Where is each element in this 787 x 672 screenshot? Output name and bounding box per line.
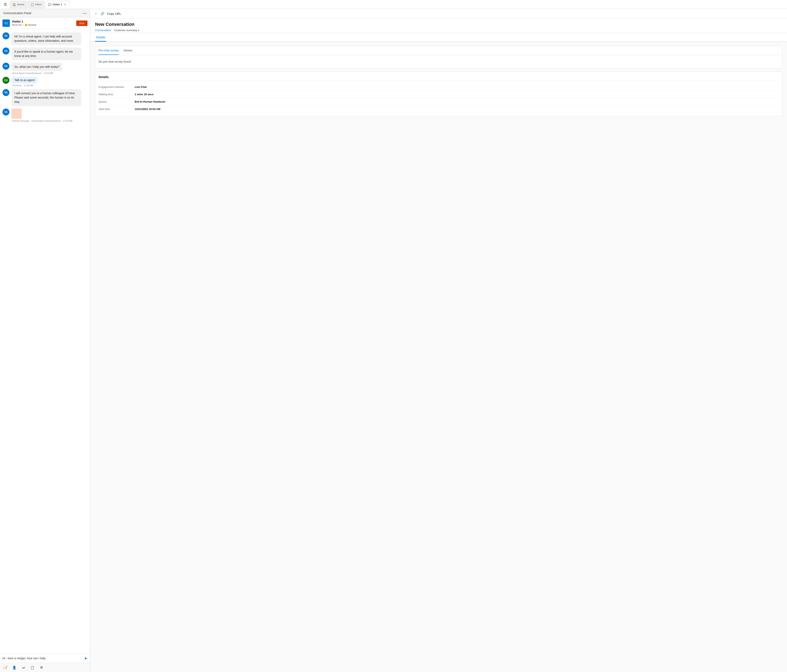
avatar: V1 [2, 19, 10, 27]
inbox-icon: 📋 [30, 3, 34, 6]
detail-value-start-time: 12/21/2022 10:54 AM [135, 107, 160, 110]
sentiment-icon: 🙂 [25, 24, 28, 27]
avatar: VA [2, 89, 9, 96]
message-text: So, what can I help you with today? [14, 65, 59, 68]
detail-label-waiting: Waiting time [99, 93, 131, 96]
avatar: VA [2, 47, 9, 54]
notes-icon[interactable]: 📝 [2, 665, 8, 670]
bottom-toolbar: 📝 👤 ⇄ 📋 🖥 [0, 663, 90, 672]
detail-value-queue: Bot-to-Human Handover [135, 100, 165, 103]
visitor-bar: V1 Visitor 1 00:01:04 | 🙂 Neutral End [0, 17, 90, 29]
avatar: CU [2, 77, 9, 84]
minimize-button[interactable]: — [82, 11, 87, 15]
visitor-meta: 00:01:04 | 🙂 Neutral [12, 24, 74, 27]
tab-visitor1[interactable]: 💬 Visitor 1 ✕ [45, 1, 70, 8]
tab-details[interactable]: Details [95, 33, 106, 42]
breadcrumb-link[interactable]: Conversation [95, 29, 111, 32]
internal-message-image [11, 109, 22, 119]
send-button[interactable]: ➤ [84, 656, 87, 661]
menu-button[interactable]: ☰ [2, 1, 9, 8]
right-panel: ← 🔗 Copy URL New Conversation Conversati… [90, 9, 787, 672]
detail-value-engagement: Live Chat [135, 85, 147, 88]
left-panel: Communication Panel — V1 Visitor 1 00:01… [0, 9, 90, 672]
menu-icon: ☰ [4, 2, 7, 7]
detail-section: Details Engagement channel Live Chat Wai… [95, 72, 782, 116]
chat-input[interactable] [2, 657, 82, 660]
message-bubble: So, what can I help you with today? [11, 63, 62, 71]
avatar: VA [2, 109, 9, 115]
tab-visitor1-label: Visitor 1 [53, 3, 62, 6]
tab-details-label: Details [96, 35, 105, 39]
home-icon: 🏠 [13, 3, 16, 6]
list-icon[interactable]: 📋 [30, 665, 35, 670]
tab-pre-chat-survey[interactable]: Pre-chat survey [99, 46, 119, 55]
detail-value-waiting: 1 mins 19 secs [135, 93, 153, 96]
list-item: VA I will connect you to a human colleag… [2, 89, 87, 106]
breadcrumb-current-label: Customer summary [114, 29, 137, 32]
sub-tab-bar: Pre-chat survey Device [95, 46, 782, 55]
back-icon: ← [94, 11, 98, 16]
no-survey-text: No pre-chat survey found [95, 55, 782, 68]
person-icon[interactable]: 👤 [11, 665, 17, 670]
breadcrumb: Conversation · Customer summary ▾ [95, 29, 782, 32]
main-layout: Communication Panel — V1 Visitor 1 00:01… [0, 9, 787, 672]
details-content: Pre-chat survey Device No pre-chat surve… [90, 42, 787, 672]
right-header: ← 🔗 Copy URL [90, 9, 787, 19]
table-row: Queue Bot-to-Human Handover [99, 98, 779, 106]
sentiment-indicator: 🙂 Neutral [25, 24, 36, 27]
visitor-name: Visitor 1 [12, 20, 74, 23]
tab-close-button[interactable]: ✕ [63, 3, 67, 6]
device-label: Device [123, 49, 133, 52]
pre-chat-survey-label: Pre-chat survey [99, 49, 119, 52]
conversation-title-area: New Conversation Conversation · Customer… [90, 19, 787, 32]
end-button[interactable]: End [76, 21, 87, 26]
survey-card: Pre-chat survey Device No pre-chat surve… [95, 46, 782, 68]
transfer-icon[interactable]: ⇄ [21, 665, 26, 670]
chevron-down-icon: ▾ [138, 29, 139, 32]
details-tab-bar: Details [90, 33, 787, 42]
detail-label-start-time: Start time [99, 107, 131, 110]
list-item: VA So, what can I help you with today? V… [2, 63, 87, 74]
message-bubble: I will connect you to a human colleague … [11, 89, 81, 106]
list-item: VA If you'd like to speak to a human age… [2, 47, 87, 60]
comm-panel-title: Communication Panel [3, 11, 32, 15]
screen-icon[interactable]: 🖥 [38, 665, 44, 670]
table-row: Waiting time 1 mins 19 secs [99, 91, 779, 98]
tab-inbox-label: Inbox [35, 3, 42, 6]
visitor-time: 00:01:04 [12, 24, 22, 27]
avatar: VA [2, 63, 9, 69]
tab-home-label: Home [17, 3, 24, 6]
message-bubble: If you'd like to speak to a human agent,… [11, 47, 81, 60]
tab-device[interactable]: Device [123, 46, 133, 55]
message-timestamp: Virtual Agent humanhandover - 11:53 AM [11, 72, 62, 74]
back-button[interactable]: ← [94, 11, 98, 16]
tab-home[interactable]: 🏠 Home [10, 1, 27, 8]
tab-inbox[interactable]: 📋 Inbox [28, 1, 44, 8]
message-timestamp: Customer - 11:54 AM [11, 84, 38, 87]
separator: | [23, 24, 24, 27]
avatar: VA [2, 32, 9, 39]
breadcrumb-separator: · [112, 29, 113, 32]
table-row: Engagement channel Live Chat [99, 84, 779, 91]
send-icon: ➤ [84, 656, 87, 661]
copy-url-icon: 🔗 [100, 12, 104, 16]
message-text: I will connect you to a human colleague … [14, 91, 76, 103]
message-bubble: Hi! I'm a virtual agent. I can help with… [11, 32, 81, 45]
copy-url-label: Copy URL [107, 12, 121, 15]
detail-section-title: Details [99, 75, 779, 81]
list-item: CU Talk to an agent Customer - 11:54 AM [2, 77, 87, 87]
chat-area: VA Hi! I'm a virtual agent. I can help w… [0, 29, 90, 653]
customer-summary-breadcrumb[interactable]: Customer summary ▾ [114, 29, 139, 32]
detail-label-engagement: Engagement channel [99, 85, 131, 88]
conversation-title: New Conversation [95, 22, 782, 27]
detail-label-queue: Queue [99, 100, 131, 103]
sentiment-label: Neutral [28, 24, 36, 27]
chat-input-area: ➤ [0, 653, 90, 663]
message-text: Talk to an agent [14, 79, 35, 82]
message-text: Hi! I'm a virtual agent. I can help with… [14, 35, 74, 43]
top-bar: ☰ 🏠 Home 📋 Inbox 💬 Visitor 1 ✕ [0, 0, 787, 9]
message-text: If you'd like to speak to a human agent,… [14, 50, 73, 58]
chat-icon: 💬 [48, 3, 51, 6]
list-item: VA Internal message - Virtual Agent huma… [2, 109, 87, 122]
comm-panel-header: Communication Panel — [0, 9, 90, 17]
